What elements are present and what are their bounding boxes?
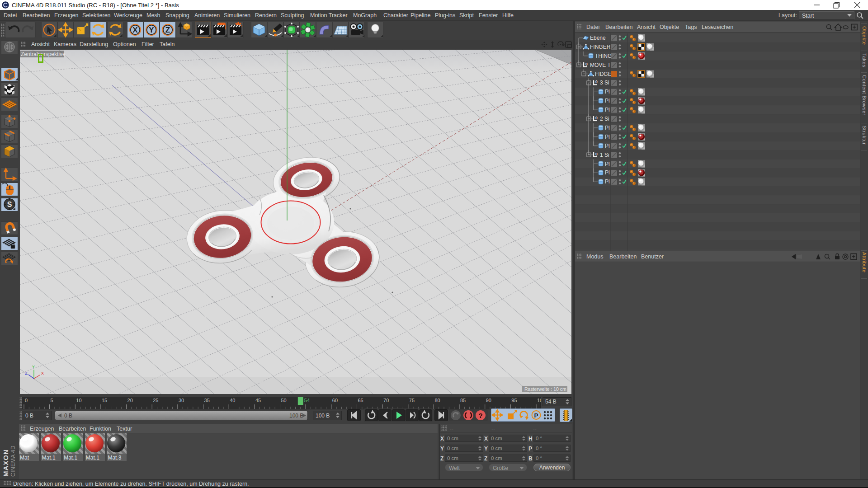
svg-text:FINGERT: FINGERT: [590, 44, 614, 50]
svg-text:Z: Z: [165, 26, 170, 34]
svg-text:1 Si: 1 Si: [600, 152, 609, 158]
svg-text:Z: Z: [25, 371, 28, 375]
svg-text:Pl: Pl: [605, 134, 610, 140]
svg-text:75: 75: [409, 398, 415, 403]
svg-text:P: P: [534, 412, 538, 419]
svg-text:35: 35: [204, 398, 210, 403]
svg-text:0: 0: [25, 398, 28, 403]
svg-text:70: 70: [383, 398, 389, 403]
svg-text:MOVE TI: MOVE TI: [590, 62, 612, 68]
svg-text:54: 54: [304, 398, 310, 403]
svg-text:Pl: Pl: [605, 98, 610, 104]
svg-text:40: 40: [230, 398, 235, 403]
svg-text:65: 65: [358, 398, 363, 403]
svg-text:X: X: [132, 26, 138, 34]
svg-text:15: 15: [102, 398, 107, 403]
svg-text:30: 30: [179, 398, 184, 403]
svg-text:Pl: Pl: [605, 143, 610, 149]
svg-text:45: 45: [255, 398, 261, 403]
svg-text:0: 0: [595, 80, 598, 84]
svg-text:Pl: Pl: [605, 161, 610, 167]
svg-text:60: 60: [332, 398, 338, 403]
svg-text:Pl: Pl: [605, 107, 610, 113]
svg-text:THING: THING: [595, 53, 612, 59]
svg-text:Pl: Pl: [605, 125, 610, 131]
svg-text:S: S: [7, 201, 12, 208]
svg-text:Pl: Pl: [605, 169, 610, 176]
svg-text:100: 100: [537, 398, 541, 403]
svg-text:2 Si: 2 Si: [600, 116, 609, 122]
svg-text:0: 0: [595, 152, 598, 156]
svg-text:?: ?: [478, 412, 482, 419]
svg-text:FIDGE: FIDGE: [595, 71, 612, 77]
svg-text:Y: Y: [149, 26, 154, 34]
svg-text:Ebene: Ebene: [590, 35, 606, 41]
svg-text:Pl: Pl: [605, 178, 610, 185]
svg-text:90: 90: [486, 398, 491, 403]
svg-text:80: 80: [434, 398, 440, 403]
svg-text:5: 5: [51, 398, 53, 403]
svg-text:3 Si: 3 Si: [600, 80, 609, 86]
svg-text:X: X: [41, 371, 44, 375]
svg-text:25: 25: [153, 398, 158, 403]
svg-text:95: 95: [511, 398, 517, 403]
svg-text:0: 0: [595, 116, 598, 120]
svg-text:0: 0: [585, 62, 588, 66]
svg-text:20: 20: [127, 398, 133, 403]
svg-text:50: 50: [281, 398, 287, 403]
svg-text:Y: Y: [32, 364, 35, 369]
svg-text:85: 85: [460, 398, 466, 403]
svg-text:Pl: Pl: [605, 89, 610, 95]
svg-text:10: 10: [76, 398, 81, 403]
svg-text:Rasterweite : 10 cm: Rasterweite : 10 cm: [524, 386, 566, 392]
